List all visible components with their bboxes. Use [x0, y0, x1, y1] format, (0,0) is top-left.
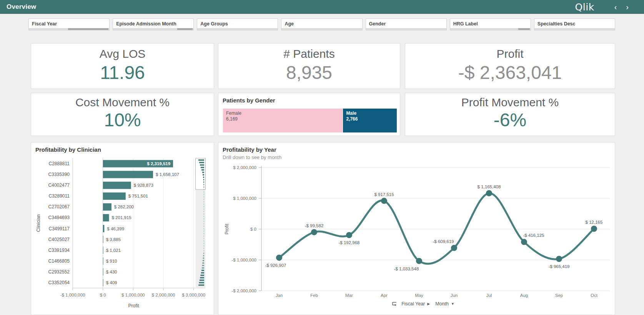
minimap-bar [204, 186, 204, 188]
minimap-bar [203, 184, 204, 185]
minimap-bar [200, 275, 204, 276]
category-label: C3352054 [48, 280, 70, 285]
filter-scrollbar-track [534, 28, 615, 30]
prev-sheet-icon[interactable]: ‹ [610, 3, 622, 11]
chevron-down-icon[interactable]: ▼ [451, 302, 454, 306]
minimap-bar [204, 194, 204, 195]
bar[interactable] [103, 193, 126, 200]
minimap-bar [204, 245, 204, 246]
data-point[interactable] [311, 229, 317, 235]
bar[interactable] [103, 246, 103, 254]
treemap-segment-female[interactable]: Female6,169 [223, 109, 343, 132]
filter-label: Gender [366, 19, 446, 27]
minimap-bar [198, 159, 204, 161]
kpi-value: -$ 2,363,041 [458, 62, 562, 83]
filter-episode-admission-month[interactable]: Episode Admission Month [113, 18, 194, 30]
bar-value-label: $ 1,658,107 [156, 172, 179, 177]
filter-specialties-desc[interactable]: Specialties Desc [534, 18, 615, 30]
bar[interactable] [103, 236, 103, 243]
minimap-bar [199, 162, 204, 163]
y-axis-title: Clinician [36, 214, 41, 232]
point-value-label: -$ 99,582 [305, 223, 324, 228]
minimap-bar [204, 238, 204, 239]
minimap-bar [200, 280, 204, 281]
bar-value-label: $ 282,200 [114, 204, 134, 209]
bar[interactable] [103, 279, 103, 286]
drill-breadcrumb-fiscal-year[interactable]: Fiscal Year [401, 301, 425, 307]
filter-fiscal-year[interactable]: Fiscal Year [28, 18, 110, 30]
x-tick-label: Aug [520, 293, 528, 298]
bar[interactable] [103, 268, 103, 275]
minimap-bar [203, 255, 204, 256]
minimap-bar [204, 228, 204, 229]
data-point[interactable] [591, 226, 597, 232]
minimap-bar [199, 282, 205, 283]
filter-scrollbar-thumb[interactable] [518, 28, 529, 30]
next-sheet-icon[interactable]: › [621, 3, 633, 11]
bar[interactable] [103, 214, 109, 221]
filter-age-groups[interactable]: Age Groups [197, 18, 278, 30]
kpi-num-patients: # Patients 8,935 [218, 43, 400, 89]
filter-gender[interactable]: Gender [366, 18, 447, 30]
bar[interactable] [103, 203, 111, 211]
category-label: C2932552 [48, 269, 70, 275]
minimap-bar [204, 221, 204, 222]
drill-current-month[interactable]: Month [435, 301, 449, 307]
filter-label: Fiscal Year [29, 19, 109, 27]
bar-chart[interactable]: -$ 1,000,000$ 0$ 1,000,000$ 2,000,000$ 3… [31, 142, 214, 315]
data-point[interactable] [276, 255, 282, 261]
point-value-label: -$ 416,125 [523, 233, 544, 238]
treemap-segment-male[interactable]: Male2,766 [343, 109, 397, 132]
category-label: C3335390 [48, 172, 70, 177]
minimap-bar [204, 211, 204, 212]
filter-scrollbar-thumb[interactable] [68, 28, 108, 30]
line-chart[interactable]: $ 2,000,000$ 1,000,000$ 0-$ 1,000,000-$ … [218, 142, 615, 315]
data-point[interactable] [381, 198, 387, 204]
minimap-bar [204, 248, 204, 249]
bar[interactable] [103, 257, 103, 265]
x-tick-label: Oct [591, 293, 598, 298]
minimap-bar [204, 199, 204, 200]
data-point[interactable] [451, 245, 457, 251]
filter-scrollbar-track [281, 28, 362, 30]
kpi-value: 11.96 [100, 62, 145, 83]
bar[interactable] [103, 171, 153, 178]
segment-value: 2,766 [346, 116, 397, 122]
filter-age[interactable]: Age [281, 18, 362, 30]
minimap-bar [203, 258, 204, 259]
data-point[interactable] [486, 190, 492, 196]
data-point[interactable] [556, 256, 562, 262]
minimap-bar [203, 179, 204, 180]
y-tick-label: $ 1,000,000 [233, 196, 256, 201]
bar[interactable] [103, 225, 105, 232]
segment-label: Male [346, 111, 397, 116]
filter-scrollbar-thumb[interactable] [177, 28, 193, 30]
filter-label: Episode Admission Month [113, 19, 193, 27]
kpi-profit: Profit -$ 2,363,041 [405, 43, 615, 89]
data-point[interactable] [416, 258, 422, 264]
kpi-avg-los: Avg LOS 11.96 [31, 43, 214, 89]
minimap-bar [204, 250, 204, 251]
point-value-label: -$ 1,033,548 [394, 266, 419, 271]
data-point[interactable] [521, 239, 527, 245]
category-label: C3494693 [48, 215, 70, 220]
filter-hrg-label[interactable]: HRG Label [450, 18, 531, 30]
minimap-bar [204, 243, 204, 244]
chevron-right-icon[interactable]: ▶ [427, 302, 430, 306]
minimap-bar [204, 189, 204, 190]
data-point[interactable] [346, 232, 352, 238]
minimap-bar [204, 196, 204, 197]
kpi-title: Profit [496, 47, 523, 60]
point-value-label: -$ 192,968 [339, 240, 360, 245]
minimap-bar [204, 201, 204, 202]
kpi-cost-movement: Cost Movement % 10% [31, 93, 214, 136]
x-tick-label: Sep [555, 293, 563, 298]
x-tick-label: Jun [451, 293, 458, 298]
x-tick-label: $ 3,000,000 [182, 293, 205, 297]
drill-down-icon[interactable] [392, 302, 398, 307]
point-value-label: -$ 609,619 [433, 239, 454, 244]
minimap-bar [203, 181, 204, 183]
bar[interactable] [103, 182, 131, 189]
app-titlebar: Overview Qlik ‹ › [0, 0, 644, 14]
minimap-bar [204, 204, 204, 205]
